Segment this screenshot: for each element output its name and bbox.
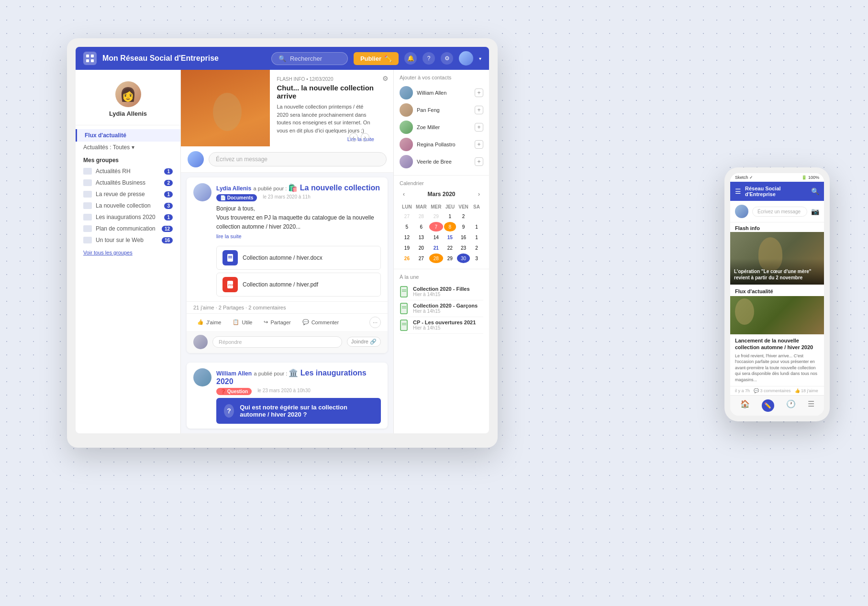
- message-input[interactable]: Écrivez un message: [209, 152, 387, 166]
- sidebar-group-revue-presse[interactable]: La revue de presse 1: [76, 188, 180, 200]
- help-button[interactable]: ?: [423, 52, 435, 65]
- contact-pan[interactable]: Pan Feng +: [400, 101, 483, 119]
- calendar-month: Mars 2020: [427, 191, 455, 198]
- post-tags-2: ❓ Question le 23 mars 2020 à 10h30: [216, 388, 381, 395]
- cal-day[interactable]: 14: [429, 232, 443, 242]
- group-icon: [83, 225, 92, 232]
- une-item-1[interactable]: Collection 2020 - Filles Hier à 14h15: [400, 284, 483, 300]
- calendar-next-button[interactable]: ›: [475, 190, 483, 198]
- post-author-name-2[interactable]: William Allen: [216, 370, 252, 377]
- contact-add-veerle[interactable]: +: [475, 157, 483, 166]
- cal-today[interactable]: 30: [457, 253, 470, 263]
- cal-day[interactable]: 27: [401, 211, 413, 221]
- share-button[interactable]: ↪ Partager: [260, 317, 294, 328]
- cal-day[interactable]: 20: [414, 243, 428, 253]
- une-item-2[interactable]: Collection 2020 - Garçons Hier à 14h15: [400, 300, 483, 317]
- cal-day[interactable]: 1: [444, 211, 456, 221]
- user-profile: Lydia Allenis: [76, 77, 180, 125]
- cal-day[interactable]: 29: [444, 253, 456, 263]
- cal-day[interactable]: 1: [471, 232, 482, 242]
- phone-menu-icon[interactable]: ☰: [808, 399, 814, 412]
- phone-home-icon[interactable]: 🏠: [740, 399, 750, 412]
- cal-day[interactable]: 27: [414, 253, 428, 263]
- flash-prev-button[interactable]: ‹: [349, 133, 358, 142]
- contact-zoe[interactable]: Zoe Miller +: [400, 119, 483, 136]
- cal-day[interactable]: 9: [457, 222, 470, 231]
- calendar-prev-button[interactable]: ‹: [400, 190, 408, 198]
- cal-day[interactable]: 5: [401, 222, 413, 231]
- cal-day[interactable]: 8: [444, 222, 456, 231]
- post-group-name-1[interactable]: La nouvelle collection: [300, 184, 380, 192]
- contact-name-pan: Pan Feng: [417, 107, 471, 113]
- logo[interactable]: [83, 52, 97, 65]
- cal-day[interactable]: 6: [414, 222, 428, 231]
- sidebar-group-inaugurations[interactable]: Les inaugurations 2020 1: [76, 211, 180, 223]
- group-icon: [83, 202, 92, 209]
- cal-day[interactable]: 2: [471, 243, 482, 253]
- cal-day[interactable]: 28: [414, 211, 428, 221]
- cal-day[interactable]: 2: [457, 211, 470, 221]
- contact-add-regina[interactable]: +: [475, 140, 483, 149]
- cal-day[interactable]: 7: [429, 222, 443, 231]
- user-avatar-button[interactable]: [459, 51, 473, 66]
- flux-title[interactable]: Flux d'actualité: [76, 129, 180, 142]
- comment-icon: 💬: [302, 319, 309, 325]
- cal-day[interactable]: 1: [471, 222, 482, 231]
- flash-next-button[interactable]: ›: [361, 133, 369, 142]
- contact-regina[interactable]: Regina Pollastro +: [400, 136, 483, 153]
- cal-day[interactable]: 26: [401, 253, 413, 263]
- post-file-pdf[interactable]: PDF Collection automne / hiver.pdf: [216, 273, 381, 297]
- cal-day[interactable]: 21: [429, 243, 443, 253]
- phone-clock-icon[interactable]: 🕐: [786, 399, 796, 412]
- contact-add-pan[interactable]: +: [475, 106, 483, 114]
- cal-day[interactable]: 3: [471, 253, 482, 263]
- cal-day[interactable]: 28: [429, 253, 443, 263]
- sidebar-group-plan-communication[interactable]: Plan de communication 12: [76, 223, 180, 234]
- une-item-3[interactable]: CP - Les ouvertures 2021 Hier à 14h15: [400, 317, 483, 334]
- avatar-dropdown[interactable]: ▾: [479, 56, 481, 61]
- phone-compose-icon[interactable]: ✏️: [762, 399, 774, 412]
- share-icon: ↪: [264, 319, 268, 325]
- search-bar[interactable]: 🔍 Rechercher: [271, 52, 348, 65]
- post-author-name-1[interactable]: Lydia Allenis: [216, 185, 251, 192]
- cal-day[interactable]: 16: [457, 232, 470, 242]
- reply-send[interactable]: Joindre 🔗: [347, 337, 381, 347]
- cal-day[interactable]: [471, 211, 482, 221]
- contact-william[interactable]: William Allen +: [400, 84, 483, 101]
- sidebar-item-actualites[interactable]: Actualités : Toutes ▾: [76, 142, 180, 153]
- sidebar-group-actualites-rh[interactable]: Actualités RH 1: [76, 165, 180, 177]
- cal-day[interactable]: 23: [457, 243, 470, 253]
- sidebar-group-actualites-business[interactable]: Actualités Business 2: [76, 177, 180, 188]
- more-button[interactable]: ···: [369, 317, 381, 328]
- contact-veerle[interactable]: Veerle de Bree +: [400, 153, 483, 170]
- contact-add-william[interactable]: +: [475, 88, 483, 97]
- document-icon-1: [400, 286, 409, 297]
- post-read-more-1[interactable]: lire la suite: [216, 233, 242, 239]
- useful-button[interactable]: 📋 Utile: [229, 317, 256, 328]
- phone-search-icon[interactable]: 🔍: [811, 187, 819, 195]
- cal-day[interactable]: 12: [401, 232, 413, 242]
- cal-day[interactable]: 15: [444, 232, 456, 242]
- cal-day[interactable]: 22: [444, 243, 456, 253]
- contact-add-zoe[interactable]: +: [475, 123, 483, 132]
- flash-title: Chut... la nouvelle collection arrive: [277, 84, 374, 100]
- cal-day[interactable]: 13: [414, 232, 428, 242]
- post-file-docx[interactable]: Collection automne / hiver.docx: [216, 246, 381, 270]
- phone-feed-section-title: Flux d'actualité: [730, 285, 824, 296]
- post-published-for-2: a publié pour :: [254, 371, 289, 376]
- comment-button[interactable]: 💬 Commenter: [299, 317, 343, 328]
- notifications-button[interactable]: 🔔: [404, 52, 417, 65]
- flash-settings-button[interactable]: ⚙: [382, 75, 389, 82]
- cal-day[interactable]: 29: [429, 211, 443, 221]
- reply-input[interactable]: Répondre: [212, 336, 342, 348]
- phone-hamburger-icon[interactable]: ☰: [735, 187, 741, 195]
- phone-message-input[interactable]: Écrivez un message: [752, 207, 807, 217]
- settings-button[interactable]: ⚙: [441, 52, 453, 65]
- sidebar-group-tour-web[interactable]: Un tour sur le Web 16: [76, 234, 180, 246]
- cal-day[interactable]: 19: [401, 243, 413, 253]
- voir-tous-groupes[interactable]: Voir tous les groupes: [76, 246, 180, 257]
- publish-button[interactable]: Publier ✏️: [354, 52, 399, 65]
- phone-camera-icon[interactable]: 📷: [811, 208, 819, 215]
- sidebar-group-nouvelle-collection[interactable]: La nouvelle collection 3: [76, 200, 180, 211]
- like-button[interactable]: 👍 J'aime: [193, 317, 225, 328]
